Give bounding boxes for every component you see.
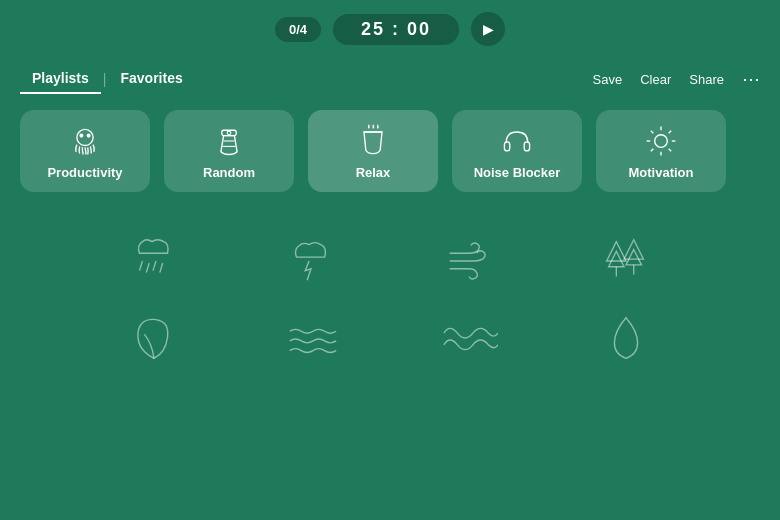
settings-icon[interactable]: ⋯	[742, 68, 760, 90]
play-icon: ▶	[483, 21, 494, 37]
sound-drop[interactable]	[553, 310, 701, 368]
nav-tabs: Playlists | Favorites Save Clear Share ⋯	[0, 58, 780, 100]
svg-line-20	[146, 263, 149, 273]
nav-actions: Save Clear Share ⋯	[593, 68, 760, 90]
svg-point-10	[655, 134, 668, 147]
sound-waves-small[interactable]	[238, 310, 386, 368]
sound-leaf[interactable]	[80, 310, 228, 368]
card-noise-blocker-label: Noise Blocker	[474, 165, 561, 180]
sound-storm[interactable]	[238, 232, 386, 290]
card-relax-label: Relax	[356, 165, 391, 180]
octopus-icon	[67, 123, 103, 159]
svg-line-22	[160, 263, 163, 273]
card-random-label: Random	[203, 165, 255, 180]
card-productivity-label: Productivity	[47, 165, 122, 180]
svg-line-17	[669, 130, 672, 133]
svg-point-2	[87, 134, 90, 137]
sound-rain[interactable]	[80, 232, 228, 290]
svg-line-19	[139, 261, 142, 271]
svg-rect-8	[504, 141, 509, 150]
top-bar: 0/4 25 : 00 ▶	[0, 0, 780, 58]
card-motivation[interactable]: Motivation	[596, 110, 726, 192]
svg-line-21	[153, 261, 156, 271]
sound-forest[interactable]	[553, 232, 701, 290]
play-button[interactable]: ▶	[471, 12, 505, 46]
sun-icon	[643, 123, 679, 159]
card-noise-blocker[interactable]: Noise Blocker	[452, 110, 582, 192]
svg-line-18	[651, 148, 654, 151]
save-button[interactable]: Save	[593, 72, 623, 87]
headphones-icon	[499, 123, 535, 159]
sound-waves-large[interactable]	[395, 310, 543, 368]
clear-button[interactable]: Clear	[640, 72, 671, 87]
tab-favorites[interactable]: Favorites	[108, 64, 194, 94]
sounds-grid	[0, 202, 780, 388]
card-productivity[interactable]: Productivity	[20, 110, 150, 192]
tab-playlists[interactable]: Playlists	[20, 64, 101, 94]
svg-point-1	[80, 134, 83, 137]
svg-rect-9	[524, 141, 529, 150]
svg-line-16	[669, 148, 672, 151]
progress-badge: 0/4	[275, 17, 321, 42]
card-motivation-label: Motivation	[629, 165, 694, 180]
sound-wind[interactable]	[395, 232, 543, 290]
blender-icon	[211, 123, 247, 159]
svg-point-0	[77, 129, 93, 145]
timer-display: 25 : 00	[333, 14, 459, 45]
svg-point-6	[227, 131, 231, 135]
svg-line-15	[651, 130, 654, 133]
share-button[interactable]: Share	[689, 72, 724, 87]
tea-icon	[355, 123, 391, 159]
card-random[interactable]: Random	[164, 110, 294, 192]
tab-separator: |	[101, 71, 109, 87]
card-relax[interactable]: Relax	[308, 110, 438, 192]
cards-row: Productivity Random Relax	[0, 100, 780, 202]
